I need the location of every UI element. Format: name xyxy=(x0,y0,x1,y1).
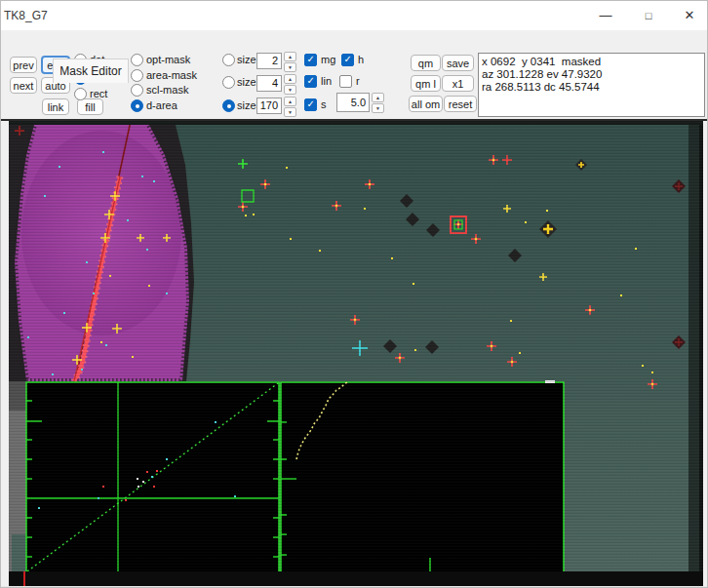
info-xy: x 0692 y 0341 masked xyxy=(482,56,704,68)
s-value-stepper[interactable]: ▲▼ xyxy=(372,93,384,112)
s-checkbox[interactable] xyxy=(304,98,317,111)
h-label: h xyxy=(358,54,364,66)
radio-rect-label: rect xyxy=(90,88,107,100)
lin-checkbox[interactable] xyxy=(304,75,317,88)
prev-button[interactable]: prev xyxy=(10,57,37,73)
info-radc: ra 268.5113 dc 45.5744 xyxy=(482,81,704,94)
s-value-input[interactable]: 5.0 xyxy=(336,93,370,112)
h-checkbox[interactable] xyxy=(341,54,354,66)
tab-strip: View Mask Editor Trail Map Ground Map xyxy=(1,30,708,53)
spin-down-icon[interactable]: ▼ xyxy=(284,107,296,117)
mg-checkbox[interactable] xyxy=(304,54,317,66)
radio-size3[interactable] xyxy=(222,99,235,112)
size3-input[interactable]: 170 xyxy=(256,98,282,114)
radio-opt-mask-label: opt-mask xyxy=(146,54,190,66)
image-canvas[interactable] xyxy=(9,121,703,586)
title-bar: TK8_G7 — □ ✕ xyxy=(1,1,708,30)
radio-size1[interactable] xyxy=(222,54,235,66)
size3-stepper[interactable]: ▲▼ xyxy=(284,97,296,116)
spin-up-icon[interactable]: ▲ xyxy=(284,97,296,106)
status-red-cursor xyxy=(23,571,25,586)
size1-input[interactable]: 2 xyxy=(256,53,282,69)
close-icon[interactable]: ✕ xyxy=(668,1,708,30)
spin-down-icon[interactable]: ▼ xyxy=(372,103,384,113)
radio-size2[interactable] xyxy=(222,76,235,89)
fill-button[interactable]: fill xyxy=(77,98,103,115)
mg-label: mg xyxy=(321,54,335,66)
tab-mask-editor[interactable]: Mask Editor xyxy=(53,59,129,83)
coordinate-info-box: x 0692 y 0341 masked az 301.1228 ev 47.9… xyxy=(478,53,705,117)
spin-up-icon[interactable]: ▲ xyxy=(372,93,384,102)
size1-stepper[interactable]: ▲▼ xyxy=(284,52,296,71)
radio-scl-mask[interactable] xyxy=(131,84,143,97)
spin-down-icon[interactable]: ▼ xyxy=(284,62,296,72)
x1-button[interactable]: x1 xyxy=(442,75,474,92)
size2-input[interactable]: 4 xyxy=(256,75,282,92)
link-button[interactable]: link xyxy=(42,98,69,115)
radio-opt-mask[interactable] xyxy=(131,54,143,66)
radio-d-area-label: d-area xyxy=(146,99,177,112)
spin-up-icon[interactable]: ▲ xyxy=(284,74,296,84)
minimize-icon[interactable]: — xyxy=(584,1,627,30)
maximize-icon[interactable]: □ xyxy=(627,1,670,30)
reset-button[interactable]: reset xyxy=(444,96,477,112)
window-title: TK8_G7 xyxy=(4,9,48,22)
size2-stepper[interactable]: ▲▼ xyxy=(284,74,296,94)
radio-area-mask[interactable] xyxy=(131,69,143,82)
radio-scl-mask-label: scl-mask xyxy=(146,84,188,97)
next-button[interactable]: next xyxy=(10,77,37,94)
radio-area-mask-label: area-mask xyxy=(146,69,197,82)
lin-label: lin xyxy=(321,75,332,88)
radio-rect[interactable] xyxy=(74,88,87,100)
qm-button[interactable]: qm xyxy=(411,55,441,71)
spin-down-icon[interactable]: ▼ xyxy=(284,85,296,95)
radio-d-area[interactable] xyxy=(131,99,143,112)
r-checkbox[interactable] xyxy=(339,75,352,88)
info-azev: az 301.1228 ev 47.9320 xyxy=(482,68,704,81)
app-window: TK8_G7 — □ ✕ View Mask Editor Trail Map … xyxy=(0,0,708,588)
r-label: r xyxy=(356,75,360,88)
status-bar: 2023/06/29 02:48:50.888[032]YUY2 C0008 0… xyxy=(9,571,703,586)
save-button[interactable]: save xyxy=(442,55,474,71)
spin-up-icon[interactable]: ▲ xyxy=(284,52,296,61)
s-label: s xyxy=(321,98,327,111)
all-om-button[interactable]: all om xyxy=(409,96,443,112)
sky-image[interactable] xyxy=(9,121,703,586)
qml-button[interactable]: qm l xyxy=(411,75,441,92)
